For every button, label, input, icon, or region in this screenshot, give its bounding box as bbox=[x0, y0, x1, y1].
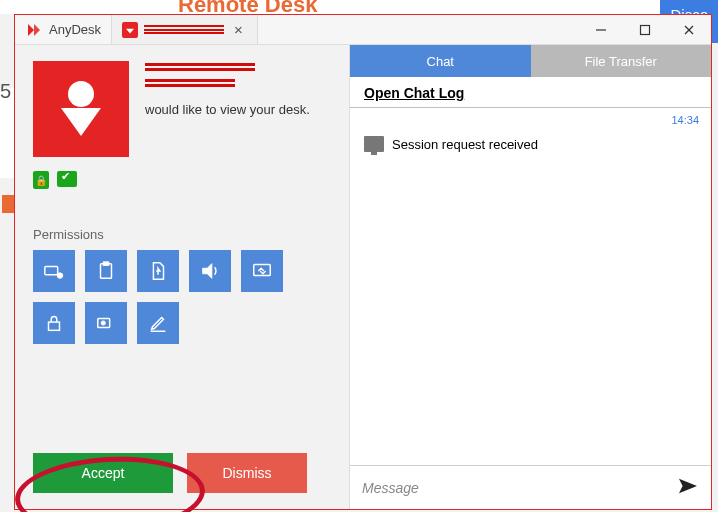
bg-left-number: 5 bbox=[0, 80, 11, 103]
clipboard-icon[interactable] bbox=[85, 250, 127, 292]
requester-avatar bbox=[33, 61, 129, 157]
file-icon[interactable] bbox=[137, 250, 179, 292]
svg-rect-3 bbox=[641, 25, 650, 34]
monitor-icon bbox=[364, 136, 384, 152]
open-chat-log-link[interactable]: Open Chat Log bbox=[350, 77, 711, 108]
request-pane: would like to view your desk. 🔒 Permissi… bbox=[15, 45, 349, 509]
tab-file-transfer[interactable]: File Transfer bbox=[531, 45, 712, 77]
chat-timestamp: 14:34 bbox=[671, 114, 699, 126]
session-tab-label-redacted bbox=[144, 29, 224, 31]
request-message: would like to view your desk. bbox=[145, 102, 310, 117]
window-close-button[interactable] bbox=[667, 15, 711, 44]
message-placeholder: Message bbox=[362, 480, 419, 496]
session-tab-icon bbox=[122, 22, 138, 38]
lock-status-icon: 🔒 bbox=[33, 171, 49, 189]
chat-body: 14:34 Session request received bbox=[350, 108, 711, 465]
anydesk-logo-icon bbox=[25, 21, 43, 39]
svg-marker-18 bbox=[679, 479, 697, 493]
svg-marker-0 bbox=[28, 24, 34, 36]
message-input[interactable]: Message bbox=[350, 465, 711, 509]
monitor-status-icon bbox=[57, 171, 77, 187]
svg-rect-14 bbox=[49, 322, 60, 330]
chat-pane: Chat File Transfer Open Chat Log 14:34 S… bbox=[349, 45, 711, 509]
lock-icon[interactable] bbox=[33, 302, 75, 344]
svg-marker-12 bbox=[203, 264, 212, 279]
permissions-label: Permissions bbox=[33, 227, 331, 242]
send-icon[interactable] bbox=[677, 477, 699, 498]
svg-point-16 bbox=[101, 321, 105, 325]
screen-icon[interactable] bbox=[241, 250, 283, 292]
requester-name-redacted bbox=[145, 68, 255, 71]
close-tab-icon[interactable]: × bbox=[230, 21, 247, 38]
tab-chat[interactable]: Chat bbox=[350, 45, 531, 77]
draw-icon[interactable] bbox=[137, 302, 179, 344]
anydesk-window: AnyDesk × bbox=[14, 14, 712, 510]
svg-rect-8 bbox=[45, 266, 58, 274]
status-icons: 🔒 bbox=[33, 171, 331, 189]
permissions-grid bbox=[33, 250, 293, 344]
tab-anydesk[interactable]: AnyDesk bbox=[15, 15, 112, 44]
tab-anydesk-label: AnyDesk bbox=[49, 22, 101, 37]
chat-event-text: Session request received bbox=[392, 137, 538, 152]
keyboard-mouse-icon[interactable] bbox=[33, 250, 75, 292]
window-minimize-button[interactable] bbox=[579, 15, 623, 44]
svg-point-9 bbox=[57, 273, 63, 279]
window-maximize-button[interactable] bbox=[623, 15, 667, 44]
svg-point-6 bbox=[68, 81, 94, 107]
svg-rect-13 bbox=[254, 265, 271, 276]
svg-marker-7 bbox=[61, 108, 101, 136]
requester-id-redacted bbox=[145, 84, 235, 87]
accept-button[interactable]: Accept bbox=[33, 453, 173, 493]
titlebar: AnyDesk × bbox=[15, 15, 711, 45]
svg-rect-11 bbox=[103, 262, 109, 266]
audio-icon[interactable] bbox=[189, 250, 231, 292]
svg-marker-1 bbox=[34, 24, 40, 36]
record-icon[interactable] bbox=[85, 302, 127, 344]
dismiss-button[interactable]: Dismiss bbox=[187, 453, 307, 493]
tab-session[interactable]: × bbox=[112, 15, 258, 44]
